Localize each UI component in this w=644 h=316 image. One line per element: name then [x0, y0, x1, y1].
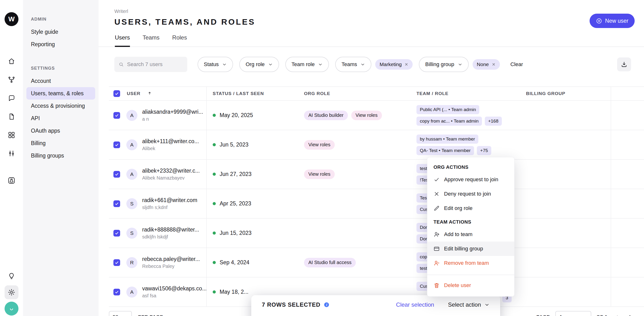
user-email[interactable]: alibek+2332@writer.c... — [142, 167, 200, 174]
per-page-select[interactable]: 50 — [109, 311, 132, 316]
sidebar-item-billing-groups[interactable]: Billing groups — [26, 149, 95, 162]
sidebar-item-users-teams-roles[interactable]: Users, teams, & roles — [26, 87, 95, 100]
row-checkbox[interactable] — [114, 200, 120, 207]
team-more-chip[interactable]: +75 — [477, 146, 491, 155]
chevron-down-icon — [222, 62, 227, 67]
page-number-select[interactable]: 1 — [555, 311, 591, 316]
org-role-filter-dropdown[interactable]: Org role — [239, 57, 279, 72]
page-of-label: OF 1 — [596, 314, 608, 316]
info-icon[interactable]: i — [324, 302, 329, 307]
teams-filter-chip[interactable]: Marketing — [375, 59, 413, 70]
org-role-chip[interactable]: AI Studio builder — [304, 111, 348, 120]
org-role-chip[interactable]: View roles — [351, 111, 382, 120]
team-role-filter-dropdown[interactable]: Team role — [285, 57, 329, 72]
chevron-down-icon — [360, 62, 365, 67]
sidebar-item-account[interactable]: Account — [26, 75, 95, 87]
search-box[interactable] — [114, 57, 187, 72]
menu-item-deny-request[interactable]: Deny request to join — [427, 187, 514, 201]
teams-filter-dropdown[interactable]: Teams — [335, 57, 372, 72]
export-button[interactable] — [617, 57, 631, 71]
chevron-down-icon — [318, 62, 323, 67]
team-role-chip[interactable]: by hussam • Team member — [416, 135, 478, 144]
workflow-icon[interactable] — [4, 73, 18, 87]
tab-teams[interactable]: Teams — [143, 34, 160, 47]
selection-bar: 7 ROWS SELECTED i Clear selection Select… — [251, 295, 500, 316]
user-email[interactable]: aliaksandra+9999@wri... — [142, 109, 203, 115]
flask-icon[interactable] — [4, 173, 18, 187]
status-filter-dropdown[interactable]: Status — [198, 57, 233, 72]
column-header-status[interactable]: STATUS / LAST SEEN — [206, 91, 304, 96]
menu-item-remove-from-team[interactable]: Remove from team — [427, 256, 514, 270]
table-row: S radik+888888@writer...sdkljfn lskdjf J… — [109, 219, 644, 248]
clear-filters-link[interactable]: Clear — [510, 61, 523, 67]
search-input[interactable] — [126, 61, 183, 68]
user-email[interactable]: alibek+111@writer.co... — [142, 138, 199, 145]
sidebar-item-reporting[interactable]: Reporting — [26, 38, 95, 50]
lightbulb-icon[interactable] — [4, 269, 18, 283]
team-more-chip[interactable]: +168 — [485, 117, 502, 126]
status-dot — [213, 231, 216, 235]
row-checkbox[interactable] — [114, 230, 120, 237]
apps-grid-icon[interactable] — [4, 128, 18, 142]
org-role-chip[interactable]: View roles — [304, 140, 335, 150]
chat-icon[interactable] — [4, 91, 18, 105]
sidebar-item-api[interactable]: API — [26, 112, 95, 125]
team-role-chip[interactable]: copy from ac... • Team admin — [416, 117, 482, 126]
new-user-label: New user — [605, 18, 628, 24]
plus-circle-icon — [596, 18, 602, 24]
column-header-billing-group[interactable]: BILLING GROUP — [526, 91, 611, 96]
sidebar-item-billing[interactable]: Billing — [26, 137, 95, 149]
row-checkbox[interactable] — [114, 259, 120, 266]
column-header-team-role[interactable]: TEAM / ROLE — [416, 91, 526, 96]
tab-users[interactable]: Users — [115, 34, 130, 47]
last-seen: Apr 25, 2023 — [220, 200, 251, 207]
row-checkbox[interactable] — [114, 289, 120, 296]
sidebar-item-access-provisioning[interactable]: Access & provisioning — [26, 100, 95, 112]
menu-item-label: Delete user — [444, 282, 471, 289]
user-email[interactable]: radik+888888@writer... — [142, 226, 199, 233]
menu-item-edit-billing-group[interactable]: Edit billing group — [427, 242, 514, 256]
clear-selection-link[interactable]: Clear selection — [396, 301, 434, 308]
status-dot — [213, 202, 216, 205]
billing-group-filter-dropdown[interactable]: Billing group — [419, 57, 468, 72]
last-seen: May 18, 2... — [220, 289, 248, 295]
sliders-icon[interactable] — [4, 147, 18, 160]
user-email[interactable]: radik+661@writer.com — [142, 197, 197, 203]
team-role-chip[interactable]: Public API (... • Team admin — [416, 105, 479, 114]
user-avatar-button[interactable] — [4, 302, 18, 316]
org-role-chip[interactable]: AI Studio full access — [304, 258, 356, 267]
menu-item-approve-request[interactable]: Approve request to join — [427, 172, 514, 187]
select-all-checkbox[interactable] — [114, 90, 120, 97]
org-role-chip[interactable]: View roles — [304, 169, 335, 179]
gear-icon[interactable] — [4, 285, 18, 299]
sort-ascending-icon[interactable] — [147, 91, 152, 97]
column-header-org-role[interactable]: ORG ROLE — [304, 91, 416, 96]
select-action-dropdown[interactable]: Select action — [448, 301, 490, 308]
user-email[interactable]: vawavi1506@dekaps.co... — [142, 285, 206, 292]
row-checkbox[interactable] — [114, 171, 120, 178]
next-page-button[interactable] — [626, 313, 634, 316]
menu-item-add-to-team[interactable]: Add to team — [427, 227, 514, 242]
avatar: R — [126, 257, 138, 268]
row-checkbox[interactable] — [114, 112, 120, 119]
previous-page-button[interactable] — [613, 313, 621, 316]
billing-group-filter-chip[interactable]: None — [472, 59, 500, 70]
menu-item-edit-org-role[interactable]: Edit org role — [427, 201, 514, 215]
column-header-user[interactable]: USER — [127, 91, 140, 96]
user-email[interactable]: rebecca.paley@writer... — [142, 256, 200, 262]
new-user-button[interactable]: New user — [590, 14, 635, 28]
writer-logo[interactable]: W — [4, 12, 18, 26]
home-icon[interactable] — [4, 54, 18, 68]
chevron-down-icon — [484, 302, 490, 307]
sidebar-item-style-guide[interactable]: Style guide — [26, 26, 95, 38]
menu-item-delete-user[interactable]: Delete user — [427, 278, 514, 293]
close-icon[interactable] — [492, 62, 496, 66]
tab-roles[interactable]: Roles — [172, 34, 187, 47]
close-icon[interactable] — [404, 62, 408, 66]
page-title: USERS, TEAMS, AND ROLES — [114, 17, 255, 26]
row-checkbox[interactable] — [114, 142, 120, 148]
team-role-chip[interactable]: QA- Test • Team member — [416, 146, 474, 155]
document-icon[interactable] — [4, 110, 18, 124]
sidebar-item-oauth-apps[interactable]: OAuth apps — [26, 125, 95, 137]
download-icon — [621, 61, 628, 68]
